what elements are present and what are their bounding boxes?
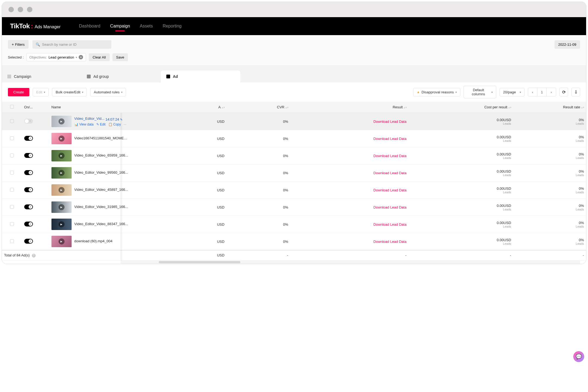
tab-ad[interactable]: Ad	[161, 71, 240, 82]
nav-campaign[interactable]: Campaign	[110, 18, 130, 34]
col-on[interactable]: On/...	[22, 102, 49, 113]
help-icon[interactable]: ?	[32, 254, 36, 258]
row-checkbox[interactable]	[10, 205, 14, 209]
sort-icon: ▲▼	[508, 106, 511, 109]
cell-rr-sub: Leads	[516, 191, 584, 194]
row-toggle[interactable]	[24, 153, 33, 158]
row-checkbox[interactable]	[10, 188, 14, 192]
ad-thumbnail[interactable]	[51, 133, 72, 144]
table-row[interactable]: Video_Editor_Video_88347_166...USD0%Down…	[2, 216, 586, 233]
nav-dashboard[interactable]: Dashboard	[79, 18, 100, 34]
ad-thumbnail[interactable]	[51, 201, 72, 213]
select-all-checkbox[interactable]	[10, 105, 14, 109]
create-button[interactable]: Create	[8, 88, 29, 96]
window-dot	[27, 7, 32, 12]
bulk-button[interactable]: Bulk create/Edit ▾	[52, 88, 87, 96]
tab-adgroup[interactable]: Ad group	[81, 71, 161, 82]
h-scrollbar[interactable]	[121, 261, 580, 264]
col-result[interactable]: Result▲▼	[290, 102, 409, 113]
row-toggle[interactable]	[24, 187, 33, 192]
export-button[interactable]: ⇩	[571, 88, 580, 96]
row-toggle[interactable]	[24, 239, 33, 244]
ad-thumbnail[interactable]	[51, 184, 72, 196]
row-checkbox[interactable]	[10, 119, 14, 123]
col-cpr[interactable]: Cost per result▲▼	[409, 102, 513, 113]
nav-assets[interactable]: Assets	[140, 18, 153, 34]
h-scrollbar-thumb[interactable]	[159, 261, 240, 263]
ad-thumbnail[interactable]	[51, 116, 72, 127]
col-cvr[interactable]: CVR▲▼	[227, 102, 290, 113]
row-toggle[interactable]: ✕	[24, 119, 33, 124]
cell-a: USD	[186, 216, 226, 233]
download-lead-data-link[interactable]: Download Lead Data	[373, 137, 406, 141]
totals-cvr: -	[227, 250, 290, 260]
ad-thumbnail[interactable]	[51, 219, 72, 230]
ad-name: Video_Editor_Video_65959_166...	[74, 153, 128, 157]
row-checkbox[interactable]	[10, 154, 14, 157]
table-row[interactable]: Video_Editor_Video_65959_166...USD0%Down…	[2, 147, 586, 164]
cell-cpr-sub: Leads	[411, 139, 511, 142]
table-row[interactable]: download (60).mp4_004USD0%Download Lead …	[2, 233, 586, 250]
row-toggle[interactable]	[24, 136, 33, 141]
download-lead-data-link[interactable]: Download Lead Data	[373, 222, 406, 226]
row-checkbox[interactable]	[10, 222, 14, 226]
disapproval-button[interactable]: ▲ Disapproval reasons ▾	[413, 88, 460, 96]
edit-button[interactable]: Edit ▾	[33, 88, 49, 96]
cell-cvr: 0%	[227, 233, 290, 250]
rules-button[interactable]: Automated rules ▾	[90, 88, 126, 96]
cell-rr: 0%	[516, 186, 584, 191]
edit-link[interactable]: ✎ Edit	[96, 122, 106, 126]
filters-button[interactable]: + Filters	[8, 40, 29, 49]
ad-name-link[interactable]: Video_Editor_Vid...	[74, 117, 105, 121]
page-prev[interactable]: ‹	[528, 88, 537, 96]
col-a[interactable]: A▲▼	[186, 102, 226, 113]
nav-reporting[interactable]: Reporting	[163, 18, 182, 34]
totals-row: Total of 84 Ad(s) ? USD - - - -	[2, 250, 586, 260]
row-toggle[interactable]	[24, 170, 33, 175]
row-checkbox[interactable]	[10, 171, 14, 174]
col-rr[interactable]: Result rate▲▼	[513, 102, 586, 113]
download-lead-data-link[interactable]: Download Lead Data	[373, 240, 406, 244]
columns-select[interactable]: Default columns ▾	[464, 86, 496, 98]
app-header: TikTok: Ads Manager Dashboard Campaign A…	[2, 17, 586, 35]
table-row[interactable]: ✕Video_Editor_Vid... 14:07:24 ✎📊 View da…	[2, 113, 586, 130]
search-input[interactable]	[42, 42, 108, 47]
search-box[interactable]: 🔍	[32, 40, 111, 49]
table-row[interactable]: Video16674511881540_MOMENT...USD0%Downlo…	[2, 130, 586, 147]
tab-campaign[interactable]: Campaign	[2, 71, 81, 82]
filter-chip-objectives[interactable]: Objectives: Lead generation ▾ ✕	[26, 53, 86, 61]
clear-all-button[interactable]: Clear All	[89, 53, 109, 61]
download-lead-data-link[interactable]: Download Lead Data	[373, 205, 406, 209]
chip-key: Objectives:	[29, 55, 47, 59]
view-data-link[interactable]: 📊 View data	[74, 122, 94, 126]
row-checkbox[interactable]	[10, 136, 14, 140]
row-checkbox[interactable]	[10, 239, 14, 243]
cell-rr: 0%	[516, 169, 584, 173]
ad-thumbnail[interactable]	[51, 150, 72, 161]
chip-remove[interactable]: ✕	[79, 55, 83, 59]
download-lead-data-link[interactable]: Download Lead Data	[373, 154, 406, 158]
date-picker[interactable]: 2022-11-09	[555, 40, 580, 49]
page-size-select[interactable]: 20/page ▾	[500, 88, 525, 96]
save-filter-button[interactable]: Save	[112, 53, 128, 61]
edit-name-icon[interactable]: ✎	[120, 118, 122, 121]
totals-a: USD	[186, 250, 226, 260]
page-next[interactable]: ›	[547, 88, 556, 96]
more-actions[interactable]: ···	[124, 122, 126, 126]
copy-link[interactable]: 📋 Copy	[108, 122, 121, 126]
row-toggle[interactable]	[24, 204, 33, 209]
row-toggle[interactable]	[24, 222, 33, 226]
table-row[interactable]: Video_Editor_Video_31985_166...USD0%Down…	[2, 199, 586, 216]
table-row[interactable]: Video_Editor_Video_45897_166...USD0%Down…	[2, 182, 586, 199]
page-current[interactable]: 1	[537, 88, 547, 96]
download-lead-data-link[interactable]: Download Lead Data	[373, 188, 406, 192]
col-name[interactable]: Name	[49, 102, 186, 113]
download-lead-data-link[interactable]: Download Lead Data	[373, 120, 406, 124]
download-lead-data-link[interactable]: Download Lead Data	[373, 171, 406, 175]
table-row[interactable]: Video_Editor_Video_99560_166...USD0%Down…	[2, 164, 586, 182]
level-tabs: Campaign Ad group Ad	[2, 65, 586, 82]
refresh-button[interactable]: ⟳	[559, 88, 568, 96]
ad-thumbnail[interactable]	[51, 236, 72, 247]
ad-thumbnail[interactable]	[51, 167, 72, 179]
sort-icon: ▲▼	[403, 106, 406, 109]
